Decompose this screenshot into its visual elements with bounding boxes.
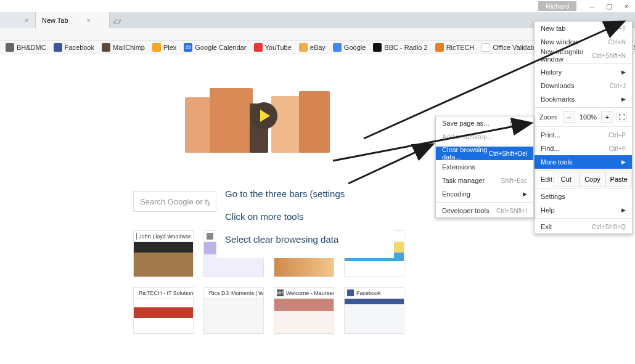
site-tile[interactable]: Rics DJI Moments | W (203, 287, 264, 334)
submenu-extensions[interactable]: Extensions (436, 160, 533, 174)
bookmark-item[interactable]: MailChimp (99, 42, 148, 53)
bookmark-item[interactable]: 25Google Calendar (181, 42, 249, 53)
favicon-icon (481, 43, 490, 52)
menu-bookmarks[interactable]: Bookmarks▶ (535, 92, 632, 106)
favicon-icon (54, 43, 62, 52)
tile-thumb (345, 299, 404, 333)
tile-label: John Lloyd Woodwor (139, 233, 190, 240)
favicon-icon (207, 233, 213, 240)
zoom-label: Zoom (539, 113, 560, 121)
annotation-line: Select clear browesing data (225, 234, 385, 245)
favicon-icon: 25 (184, 43, 192, 52)
bookmark-label: RicTECH (446, 44, 475, 51)
menu-history[interactable]: History▶ (535, 65, 632, 79)
bookmark-label: Office Validator (493, 44, 538, 51)
submenu-encoding[interactable]: Encoding▶ (436, 187, 533, 201)
bookmark-label: Google Calendar (195, 44, 246, 51)
minimize-button[interactable]: – (583, 0, 600, 12)
submenu-clear-browsing-data[interactable]: Clear browsing data...Ctrl+Shift+Del (436, 147, 533, 160)
chevron-right-icon: ▶ (621, 96, 626, 102)
paste-button[interactable]: Paste (605, 172, 632, 187)
bookmark-item[interactable]: eBay (296, 42, 329, 53)
zoom-out-button[interactable]: – (563, 111, 575, 123)
bookmark-item[interactable]: YouTube (251, 42, 295, 53)
site-tile[interactable]: MHWelcome - Maureen (274, 287, 334, 334)
bookmark-label: BBC - Radio 2 (384, 44, 427, 51)
site-tile[interactable]: John Lloyd Woodwor (133, 230, 194, 277)
chevron-right-icon: ▶ (523, 191, 527, 197)
menu-find[interactable]: Find...Ctrl+F (535, 142, 632, 155)
tab-blank[interactable]: × (0, 12, 36, 28)
site-tile[interactable]: RicTECH - IT Solution (133, 287, 194, 334)
bookmark-label: YouTube (265, 44, 292, 51)
submenu-save-page[interactable]: Save page as...Ctrl+S (436, 116, 533, 130)
menu-settings[interactable]: Settings (535, 190, 632, 203)
menu-downloads[interactable]: DownloadsCtrl+J (535, 79, 632, 92)
annotation-overlay: Go to the three bars (settings Click on … (216, 175, 394, 258)
annotation-line: Go to the three bars (settings (225, 188, 385, 199)
annotation-line: Click on more tools (225, 211, 385, 222)
chevron-right-icon: ▶ (621, 69, 626, 75)
bookmark-label: MailChimp (113, 44, 145, 51)
favicon-icon (6, 43, 14, 52)
bookmark-item[interactable]: BBC - Radio 2 (370, 42, 430, 53)
close-tab-icon[interactable]: × (87, 17, 91, 24)
menu-help[interactable]: Help▶ (535, 203, 632, 217)
menu-print[interactable]: Print...Ctrl+P (535, 128, 632, 142)
bookmark-label: Facebook (65, 44, 94, 51)
menu-exit[interactable]: ExitCtrl+Shift+Q (535, 220, 632, 233)
zoom-in-button[interactable]: + (601, 111, 613, 123)
tab-newtab[interactable]: New Tab × (36, 12, 110, 28)
chevron-right-icon: ▶ (621, 207, 626, 213)
tile-label: Rics DJI Moments | W (209, 290, 263, 296)
bookmark-item[interactable]: RicTECH (432, 42, 478, 53)
zoom-value: 100% (578, 113, 599, 121)
bookmark-item[interactable]: Facebook (51, 42, 97, 53)
menu-more-tools[interactable]: More tools▶ (535, 155, 632, 169)
submenu-devtools[interactable]: Developer toolsCtrl+Shift+I (436, 204, 533, 217)
tab-label: New Tab (42, 17, 68, 24)
main-menu: New tabCtrl+T New windowCtrl+N New incog… (534, 21, 633, 234)
cut-button[interactable]: Cut (553, 172, 580, 187)
favicon-icon (347, 289, 354, 296)
close-tab-icon[interactable]: × (25, 17, 28, 24)
bookmark-item[interactable]: BH&DMC (2, 42, 49, 53)
bookmark-label: eBay (310, 44, 326, 51)
new-tab-button[interactable]: ▱ (110, 12, 125, 28)
tile-thumb (204, 299, 263, 333)
menu-incognito[interactable]: New incognito windowCtrl+Shift+N (535, 49, 632, 62)
bookmark-item[interactable]: Google (330, 42, 369, 53)
submenu-add-to-desktop: Add to desktop... (436, 130, 533, 144)
tile-thumb (134, 299, 193, 333)
tile-thumb (134, 242, 193, 277)
close-window-button[interactable]: × (618, 0, 635, 12)
site-tile[interactable]: Facebook (344, 287, 404, 334)
play-icon[interactable] (250, 102, 277, 129)
chevron-right-icon: ▶ (621, 159, 626, 165)
edit-label: Edit (535, 172, 553, 187)
favicon-icon: MH (277, 289, 284, 296)
bookmark-item[interactable]: Plex (149, 42, 179, 53)
bookmark-item[interactable]: Office Validator (478, 42, 541, 53)
search-placeholder: Search Google or type URL (140, 197, 210, 206)
maximize-button[interactable]: ▢ (600, 0, 618, 12)
menu-edit-row: Edit Cut Copy Paste (535, 172, 632, 187)
search-input[interactable]: Search Google or type URL (133, 191, 216, 212)
menu-new-tab[interactable]: New tabCtrl+T (535, 22, 632, 35)
copy-button[interactable]: Copy (580, 172, 606, 187)
favicon-icon (152, 43, 161, 52)
tile-label: RicTECH - IT Solution (139, 290, 193, 296)
favicon-icon (299, 43, 308, 52)
profile-badge[interactable]: Richard (538, 1, 576, 11)
menu-new-window[interactable]: New windowCtrl+N (535, 35, 632, 49)
favicon-icon (435, 43, 444, 52)
favicon-icon (102, 43, 110, 52)
tile-label: Welcome - Maureen (286, 290, 334, 296)
submenu-task-manager[interactable]: Task managerShift+Esc (436, 174, 533, 187)
menu-zoom-row: Zoom – 100% + ⛶ (535, 109, 632, 125)
window-titlebar: Richard – ▢ × (0, 0, 635, 12)
bookmark-label: Plex (163, 44, 176, 51)
favicon-icon (373, 43, 382, 52)
favicon-icon (254, 43, 263, 52)
fullscreen-icon[interactable]: ⛶ (616, 113, 627, 121)
